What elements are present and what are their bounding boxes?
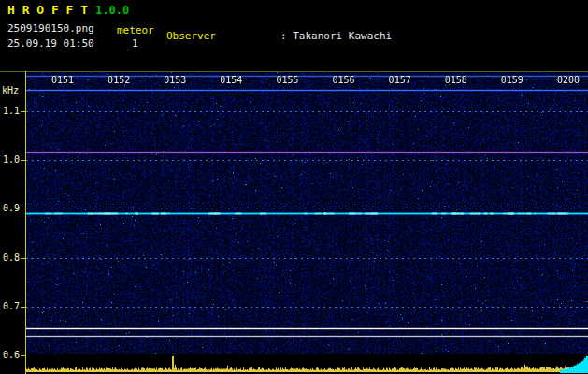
time-tick-label: 0156 (333, 75, 355, 85)
signal-level-canvas (26, 354, 588, 373)
time-tick-label: 0158 (445, 75, 467, 85)
freq-tick-label: 1.0 (3, 154, 20, 165)
info-label: Observer (166, 30, 280, 43)
hrofft-screen: H R O F F T 1.0.0 2509190150.png meteor … (0, 0, 588, 374)
info-row-observer: Observer: Takanori Kawachi (166, 30, 516, 43)
app-version: 1.0.0 (95, 4, 129, 17)
time-tick-label: 0154 (220, 75, 242, 85)
freq-tick-mark (21, 258, 25, 259)
time-tick-label: 0157 (389, 75, 411, 85)
freq-tick-mark (21, 209, 25, 209)
freq-tick-mark (21, 160, 25, 161)
time-tick-label: 0159 (501, 75, 523, 85)
freq-tick-label: 0.7 (3, 301, 20, 312)
freq-tick-label: 0.6 (3, 350, 20, 361)
freq-tick-label: 0.9 (3, 203, 20, 214)
freq-tick-label: 1.1 (3, 106, 20, 117)
time-axis: 0151015201530154015501560157015801590200 (26, 75, 588, 86)
count-value: 1 (132, 37, 138, 50)
freq-tick-mark (21, 307, 25, 308)
mode-label: meteor (117, 24, 154, 36)
frequency-axis: 1.11.00.90.80.70.6 (0, 0, 25, 374)
time-tick-label: 0151 (51, 75, 74, 85)
freq-tick-mark (21, 111, 25, 112)
time-tick-label: 0200 (557, 75, 580, 85)
time-tick-label: 0155 (276, 75, 298, 85)
time-tick-label: 0152 (108, 75, 130, 85)
freq-tick-mark (21, 355, 25, 356)
spectrogram-canvas (26, 72, 588, 354)
info-value: : Takanori Kawachi (280, 30, 392, 42)
time-tick-label: 0153 (164, 75, 186, 85)
freq-tick-label: 0.8 (3, 252, 20, 264)
